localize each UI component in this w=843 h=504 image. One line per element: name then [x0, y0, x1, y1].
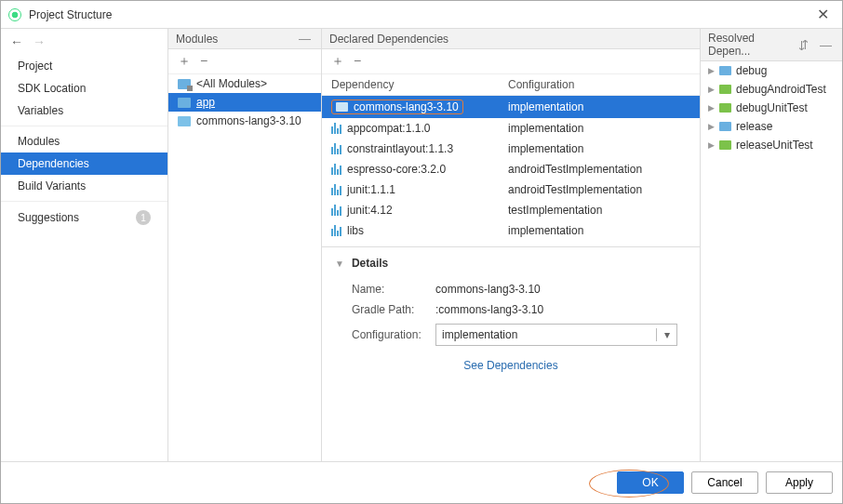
minimize-icon[interactable]: —	[817, 38, 835, 52]
resolved-item[interactable]: ▶debug	[701, 61, 842, 80]
see-dependencies-link[interactable]: See Dependencies	[335, 350, 687, 374]
details-section: ▼Details Name:commons-lang3-3.10 Gradle …	[322, 246, 700, 383]
window-title: Project Structure	[29, 8, 811, 21]
close-icon[interactable]: ✕	[811, 6, 835, 23]
minimize-icon[interactable]: —	[296, 32, 314, 46]
folder-icon	[178, 116, 191, 126]
lib-icon	[331, 184, 341, 195]
detail-name-value: commons-lang3-3.10	[435, 283, 541, 296]
detail-config-label: Configuration:	[352, 328, 435, 341]
sidebar-nav: ← → ProjectSDK LocationVariablesModulesD…	[1, 29, 168, 461]
resolved-title: Resolved Depen...	[708, 32, 790, 58]
project-structure-window: Project Structure ✕ ← → ProjectSDK Locat…	[0, 0, 843, 504]
nav-item-build-variants[interactable]: Build Variants	[1, 175, 167, 197]
expand-icon[interactable]: ▶	[708, 66, 715, 75]
dependency-row[interactable]: constraintlayout:1.1.3implementation	[322, 139, 700, 159]
resolved-panel: Resolved Depen... ⇵ — ▶debug▶debugAndroi…	[701, 29, 842, 461]
details-title: Details	[352, 257, 388, 270]
nav-item-variables[interactable]: Variables	[1, 99, 167, 122]
collapse-icon[interactable]: ▼	[335, 259, 344, 269]
module-item[interactable]: commons-lang3-3.10	[168, 112, 321, 130]
folder-icon	[719, 140, 731, 150]
remove-dependency-button[interactable]: −	[354, 53, 361, 70]
folder-icon	[719, 122, 731, 131]
folder-icon	[178, 98, 191, 108]
folder-icon	[336, 102, 348, 112]
nav-back-icon[interactable]: ←	[10, 34, 23, 49]
apply-button[interactable]: Apply	[766, 471, 833, 494]
col-dependency: Dependency	[331, 78, 508, 91]
android-studio-icon	[8, 8, 21, 21]
folder-icon	[178, 79, 191, 89]
module-item[interactable]: app	[168, 93, 321, 112]
dependency-row[interactable]: commons-lang3-3.10implementation	[322, 96, 700, 118]
chevron-down-icon[interactable]: ▾	[656, 328, 676, 341]
nav-item-project[interactable]: Project	[1, 55, 167, 77]
dependency-row[interactable]: appcompat:1.1.0implementation	[322, 118, 700, 139]
resolved-item[interactable]: ▶releaseUnitTest	[701, 136, 842, 154]
resolved-item[interactable]: ▶release	[701, 117, 842, 136]
resolved-item[interactable]: ▶debugUnitTest	[701, 99, 842, 117]
filter-icon[interactable]: ⇵	[796, 38, 811, 52]
lib-icon	[331, 143, 341, 154]
footer: OK Cancel Apply	[1, 461, 842, 503]
modules-title: Modules	[176, 33, 290, 46]
detail-path-label: Gradle Path:	[352, 303, 435, 316]
add-module-button[interactable]: ＋	[178, 53, 191, 70]
titlebar: Project Structure ✕	[1, 1, 842, 29]
detail-name-label: Name:	[352, 283, 435, 296]
nav-forward-icon: →	[33, 34, 46, 49]
add-dependency-button[interactable]: ＋	[331, 53, 344, 70]
lib-icon	[331, 205, 341, 216]
configuration-select[interactable]: implementation ▾	[435, 324, 677, 346]
detail-path-value: :commons-lang3-3.10	[435, 303, 543, 316]
nav-item-suggestions[interactable]: Suggestions1	[1, 206, 167, 230]
expand-icon[interactable]: ▶	[708, 103, 715, 113]
resolved-item[interactable]: ▶debugAndroidTest	[701, 80, 842, 99]
nav-item-sdk-location[interactable]: SDK Location	[1, 77, 167, 99]
expand-icon[interactable]: ▶	[708, 122, 715, 131]
folder-icon	[719, 66, 731, 75]
cancel-button[interactable]: Cancel	[691, 471, 758, 494]
expand-icon[interactable]: ▶	[708, 140, 715, 150]
nav-item-modules[interactable]: Modules	[1, 130, 167, 153]
dependency-row[interactable]: espresso-core:3.2.0androidTestImplementa…	[322, 159, 700, 179]
dependency-row[interactable]: junit:4.12testImplementation	[322, 200, 700, 220]
ok-button[interactable]: OK	[617, 471, 684, 494]
folder-icon	[719, 103, 731, 113]
suggestions-badge: 1	[136, 210, 151, 225]
dependency-row[interactable]: libsimplementation	[322, 220, 700, 241]
dependencies-panel: Declared Dependencies ＋ − Dependency Con…	[322, 29, 701, 461]
nav-item-dependencies[interactable]: Dependencies	[1, 153, 167, 175]
col-configuration: Configuration	[508, 78, 690, 91]
modules-panel: Modules — ＋ − <All Modules>appcommons-la…	[168, 29, 322, 461]
dependency-row[interactable]: junit:1.1.1androidTestImplementation	[322, 179, 700, 200]
lib-icon	[331, 225, 341, 236]
module-item[interactable]: <All Modules>	[168, 74, 321, 93]
remove-module-button[interactable]: −	[200, 53, 207, 70]
expand-icon[interactable]: ▶	[708, 85, 715, 94]
lib-icon	[331, 164, 341, 175]
deps-title: Declared Dependencies	[329, 33, 692, 46]
folder-icon	[719, 85, 731, 94]
lib-icon	[331, 123, 341, 134]
